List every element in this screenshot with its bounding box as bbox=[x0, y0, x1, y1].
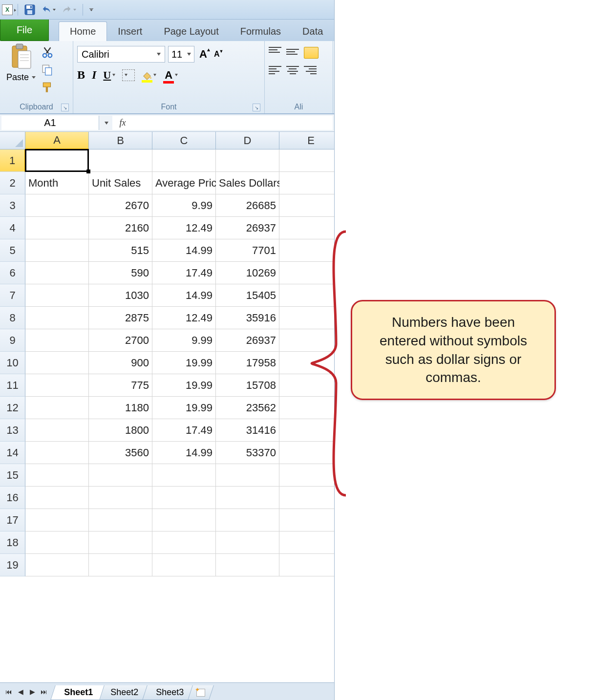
cell-E17[interactable] bbox=[279, 509, 334, 531]
italic-button[interactable]: I bbox=[92, 68, 96, 82]
row-header-15[interactable]: 15 bbox=[0, 464, 25, 487]
cell-D9[interactable]: 26937 bbox=[216, 329, 279, 352]
cell-C4[interactable]: 12.49 bbox=[152, 217, 216, 239]
column-header-D[interactable]: D bbox=[216, 132, 279, 149]
cell-C1[interactable] bbox=[152, 149, 216, 172]
cell-B4[interactable]: 2160 bbox=[89, 217, 152, 239]
row-header-1[interactable]: 1 bbox=[0, 149, 25, 172]
cell-A17[interactable] bbox=[25, 509, 89, 531]
cell-A9[interactable] bbox=[25, 329, 89, 352]
row-header-13[interactable]: 13 bbox=[0, 419, 25, 442]
column-header-B[interactable]: B bbox=[89, 132, 152, 149]
format-painter-button[interactable] bbox=[40, 80, 55, 95]
row-header-10[interactable]: 10 bbox=[0, 352, 25, 374]
cell-D18[interactable] bbox=[216, 531, 279, 554]
cell-D6[interactable]: 10269 bbox=[216, 262, 279, 284]
row-header-16[interactable]: 16 bbox=[0, 487, 25, 509]
border-button[interactable] bbox=[122, 69, 135, 81]
font-size-combo[interactable]: 11 bbox=[168, 46, 194, 63]
tab-insert[interactable]: Insert bbox=[107, 21, 153, 41]
cell-B10[interactable]: 900 bbox=[89, 352, 152, 374]
decrease-font-button[interactable]: A▼ bbox=[212, 50, 222, 59]
cell-C19[interactable] bbox=[152, 554, 216, 576]
row-header-12[interactable]: 12 bbox=[0, 397, 25, 419]
cell-A4[interactable] bbox=[25, 217, 89, 239]
clipboard-launcher[interactable]: ↘ bbox=[61, 104, 69, 111]
cell-B7[interactable]: 1030 bbox=[89, 284, 152, 307]
cell-A5[interactable] bbox=[25, 239, 89, 262]
row-header-6[interactable]: 6 bbox=[0, 262, 25, 284]
cell-A1[interactable] bbox=[25, 149, 89, 172]
cell-A19[interactable] bbox=[25, 554, 89, 576]
cell-B2[interactable]: Unit Sales bbox=[89, 172, 152, 194]
cell-E2[interactable] bbox=[279, 172, 334, 194]
cell-B5[interactable]: 515 bbox=[89, 239, 152, 262]
align-center-button[interactable] bbox=[286, 64, 299, 74]
underline-button[interactable]: U bbox=[103, 69, 115, 82]
cell-C16[interactable] bbox=[152, 487, 216, 509]
cell-B3[interactable]: 2670 bbox=[89, 194, 152, 217]
row-header-11[interactable]: 11 bbox=[0, 374, 25, 397]
new-sheet-button[interactable] bbox=[188, 685, 214, 700]
row-header-3[interactable]: 3 bbox=[0, 194, 25, 217]
cell-C11[interactable]: 19.99 bbox=[152, 374, 216, 397]
fill-color-button[interactable] bbox=[142, 70, 156, 81]
row-header-4[interactable]: 4 bbox=[0, 217, 25, 239]
cell-D5[interactable]: 7701 bbox=[216, 239, 279, 262]
cell-C9[interactable]: 9.99 bbox=[152, 329, 216, 352]
cell-A3[interactable] bbox=[25, 194, 89, 217]
save-button[interactable] bbox=[23, 3, 37, 17]
worksheet-grid[interactable]: ABCDE 12345678910111213141516171819 Mont… bbox=[0, 132, 334, 581]
cell-A2[interactable]: Month bbox=[25, 172, 89, 194]
cell-A15[interactable] bbox=[25, 464, 89, 487]
cell-D3[interactable]: 26685 bbox=[216, 194, 279, 217]
tab-home[interactable]: Home bbox=[59, 21, 107, 41]
cell-B13[interactable]: 1800 bbox=[89, 419, 152, 442]
cell-B1[interactable] bbox=[89, 149, 152, 172]
cell-C8[interactable]: 12.49 bbox=[152, 307, 216, 329]
increase-font-button[interactable]: A▲ bbox=[197, 48, 209, 61]
cell-A10[interactable] bbox=[25, 352, 89, 374]
cell-C14[interactable]: 14.99 bbox=[152, 442, 216, 464]
row-header-14[interactable]: 14 bbox=[0, 442, 25, 464]
cell-B9[interactable]: 2700 bbox=[89, 329, 152, 352]
sheet-nav-first[interactable]: ⏮ bbox=[3, 686, 15, 698]
column-header-E[interactable]: E bbox=[279, 132, 334, 149]
column-header-A[interactable]: A bbox=[25, 132, 89, 149]
align-middle-button[interactable] bbox=[286, 47, 299, 57]
redo-button[interactable] bbox=[60, 3, 78, 17]
tab-formulas[interactable]: Formulas bbox=[230, 21, 292, 41]
excel-app-icon[interactable]: X bbox=[2, 4, 13, 15]
cell-A13[interactable] bbox=[25, 419, 89, 442]
cell-C3[interactable]: 9.99 bbox=[152, 194, 216, 217]
cell-D10[interactable]: 17958 bbox=[216, 352, 279, 374]
row-header-9[interactable]: 9 bbox=[0, 329, 25, 352]
tab-page-layout[interactable]: Page Layout bbox=[153, 21, 229, 41]
name-box-dropdown[interactable] bbox=[101, 114, 112, 131]
cell-C15[interactable] bbox=[152, 464, 216, 487]
cell-D1[interactable] bbox=[216, 149, 279, 172]
cell-B18[interactable] bbox=[89, 531, 152, 554]
cell-A6[interactable] bbox=[25, 262, 89, 284]
file-tab[interactable]: File bbox=[0, 20, 49, 41]
paste-button[interactable]: Paste bbox=[4, 43, 38, 83]
cell-D12[interactable]: 23562 bbox=[216, 397, 279, 419]
row-header-19[interactable]: 19 bbox=[0, 554, 25, 576]
font-name-combo[interactable]: Calibri bbox=[77, 46, 165, 63]
sheet-tab-1[interactable]: Sheet1 bbox=[50, 685, 105, 700]
cell-D14[interactable]: 53370 bbox=[216, 442, 279, 464]
cell-C12[interactable]: 19.99 bbox=[152, 397, 216, 419]
cell-E3[interactable] bbox=[279, 194, 334, 217]
align-top-button[interactable] bbox=[269, 47, 281, 57]
cell-B15[interactable] bbox=[89, 464, 152, 487]
cell-A11[interactable] bbox=[25, 374, 89, 397]
cell-B19[interactable] bbox=[89, 554, 152, 576]
cell-D15[interactable] bbox=[216, 464, 279, 487]
cell-B12[interactable]: 1180 bbox=[89, 397, 152, 419]
cell-C2[interactable]: Average Price bbox=[152, 172, 216, 194]
cell-D2[interactable]: Sales Dollars bbox=[216, 172, 279, 194]
sheet-tab-2[interactable]: Sheet2 bbox=[97, 685, 150, 700]
cell-D7[interactable]: 15405 bbox=[216, 284, 279, 307]
tab-data[interactable]: Data bbox=[292, 21, 334, 41]
cell-D11[interactable]: 15708 bbox=[216, 374, 279, 397]
